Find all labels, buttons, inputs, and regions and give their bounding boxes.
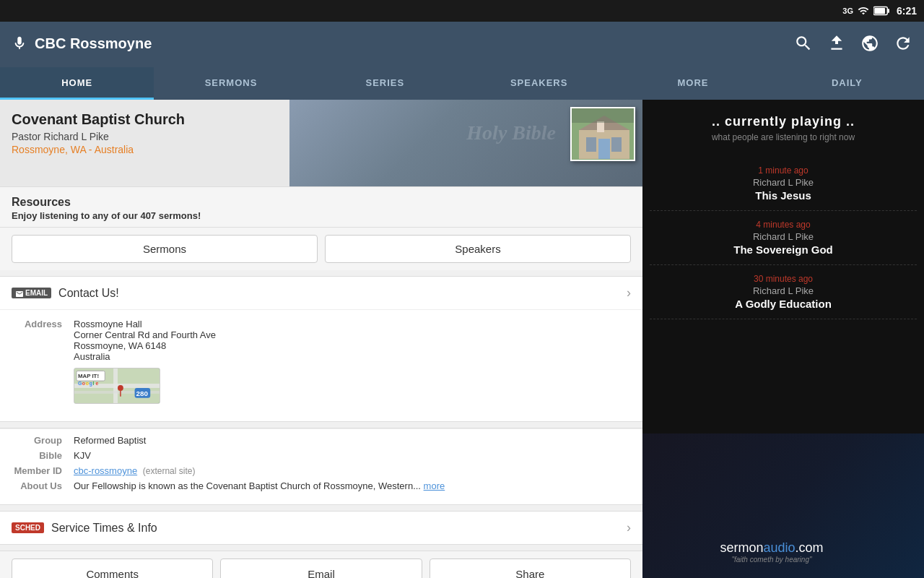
sermonaudio-brand: sermonaudio.com "faith cometh by hearing… (631, 540, 912, 564)
brand-accent: audio (763, 540, 795, 555)
brand-suffix: .com (796, 540, 824, 555)
address-label: Address (12, 319, 62, 404)
nav-series[interactable]: SERIES (308, 67, 462, 100)
currently-playing-subtitle: what people are listening to right now (712, 132, 855, 142)
svg-rect-13 (113, 368, 118, 403)
address-row: Address Rossmoyne Hall Corner Central Rd… (12, 319, 631, 404)
resources-title: Resources (12, 196, 631, 209)
download-icon[interactable] (827, 34, 846, 53)
svg-text:o: o (86, 381, 89, 386)
resources-subtitle: Enjoy listening to any of our 407 sermon… (12, 210, 631, 221)
brand-prefix: sermon (720, 540, 763, 555)
group-row: Group Reformed Baptist (12, 435, 631, 446)
svg-rect-1 (887, 9, 889, 13)
playing-speaker-2: Richard L Pike (657, 231, 910, 242)
church-thumb-image (572, 108, 634, 160)
email-badge-text: EMAIL (25, 289, 48, 297)
status-bar: 3G 6:21 (0, 0, 924, 22)
comments-button[interactable]: Comments (12, 558, 213, 578)
main-layout: Holy Bible (0, 100, 924, 578)
globe-icon[interactable] (860, 34, 879, 53)
church-info: Covenant Baptist Church Pastor Richard L… (12, 111, 185, 155)
playing-time-3: 30 minutes ago (657, 274, 910, 284)
nav-speakers[interactable]: SPEAKERS (462, 67, 616, 100)
battery-icon (873, 6, 889, 16)
mic-icon (12, 35, 27, 51)
app-title-area: CBC Rossmoyne (12, 35, 794, 52)
playing-time-2: 4 minutes ago (657, 220, 910, 230)
contact-chevron: › (627, 285, 631, 301)
playing-item-3[interactable]: 30 minutes ago Richard L Pike A Godly Ed… (650, 265, 917, 319)
playing-speaker-1: Richard L Pike (657, 177, 910, 188)
playing-sermon-3: A Godly Education (657, 298, 910, 310)
wifi-icon (858, 5, 869, 17)
right-sidebar: .. currently playing .. what people are … (642, 100, 924, 578)
service-section: SCHED Service Times & Info › (0, 511, 642, 545)
app-title: CBC Rossmoyne (35, 35, 152, 52)
svg-rect-9 (598, 139, 610, 159)
search-icon[interactable] (794, 34, 813, 53)
memberid-external: (external site) (143, 466, 196, 476)
group-label: Group (12, 435, 62, 446)
aboutus-text: Our Fellowship is known as the Covenant … (74, 480, 421, 491)
service-label: Service Times & Info (51, 522, 619, 535)
share-button[interactable]: Share (430, 558, 631, 578)
playing-time-1: 1 minute ago (657, 165, 910, 176)
bible-label: Bible (12, 450, 62, 461)
top-bar: CBC Rossmoyne (0, 22, 924, 65)
svg-rect-7 (586, 137, 596, 152)
svg-text:280: 280 (136, 389, 149, 397)
refresh-icon[interactable] (894, 34, 912, 53)
resources-section: Resources Enjoy listening to any of our … (0, 186, 642, 228)
more-link[interactable]: more (424, 480, 445, 491)
nav-daily[interactable]: DAILY (770, 67, 924, 100)
svg-point-25 (118, 385, 123, 391)
svg-rect-6 (597, 121, 604, 132)
aboutus-row: About Us Our Fellowship is known as the … (12, 480, 631, 491)
church-name: Covenant Baptist Church (12, 111, 185, 128)
speakers-button[interactable]: Speakers (325, 235, 631, 263)
sched-badge-text: SCHED (15, 524, 40, 532)
sermons-button[interactable]: Sermons (12, 235, 318, 263)
resource-buttons: Sermons Speakers (0, 228, 642, 270)
playing-item-2[interactable]: 4 minutes ago Richard L Pike The Soverei… (650, 211, 917, 265)
church-pastor: Pastor Richard L Pike (12, 131, 185, 142)
church-location: Rossmoyne, WA - Australia (12, 144, 185, 155)
address-value: Rossmoyne Hall Corner Central Rd and Fou… (74, 319, 216, 404)
playing-speaker-3: Richard L Pike (657, 285, 910, 296)
email-badge: EMAIL (12, 288, 51, 298)
svg-text:G: G (78, 381, 82, 386)
nav-home[interactable]: HOME (0, 67, 154, 100)
svg-text:o: o (82, 381, 85, 386)
memberid-label: Member ID (12, 465, 62, 476)
playing-item-1[interactable]: 1 minute ago Richard L Pike This Jesus (650, 157, 917, 211)
brand-name: sermonaudio.com (631, 540, 912, 556)
bottom-buttons: Comments Email Share (0, 551, 642, 578)
aboutus-label: About Us (12, 480, 62, 491)
status-icons: 3G 6:21 (842, 5, 917, 17)
church-header: Holy Bible (0, 100, 642, 186)
time-display: 6:21 (897, 5, 917, 17)
aboutus-value: Our Fellowship is known as the Covenant … (74, 480, 445, 491)
svg-marker-10 (572, 108, 635, 123)
top-bar-actions (794, 34, 912, 53)
memberid-link[interactable]: cbc-rossmoyne (74, 465, 137, 476)
contact-label: Contact Us! (58, 287, 619, 300)
nav-more[interactable]: MORE (616, 67, 770, 100)
contact-header[interactable]: EMAIL Contact Us! › (0, 277, 642, 309)
playing-sermon-1: This Jesus (657, 189, 910, 202)
service-header[interactable]: SCHED Service Times & Info › (0, 512, 642, 544)
signal-indicator: 3G (842, 7, 853, 15)
resources-suffix: sermons! (156, 210, 201, 221)
info-section: Group Reformed Baptist Bible KJV Member … (0, 428, 642, 505)
resources-count: 407 (140, 210, 156, 221)
bible-value: KJV (74, 450, 91, 461)
email-button[interactable]: Email (220, 558, 422, 578)
map-image[interactable]: MAP IT! G o o g l e (74, 368, 160, 404)
memberid-row: Member ID cbc-rossmoyne (external site) (12, 465, 631, 476)
nav-sermons[interactable]: SERMONS (154, 67, 308, 100)
address-content: Address Rossmoyne Hall Corner Central Rd… (0, 309, 642, 421)
sched-badge: SCHED (12, 522, 44, 533)
bible-bg-text: Holy Bible (466, 121, 556, 144)
info-content: Group Reformed Baptist Bible KJV Member … (0, 428, 642, 504)
